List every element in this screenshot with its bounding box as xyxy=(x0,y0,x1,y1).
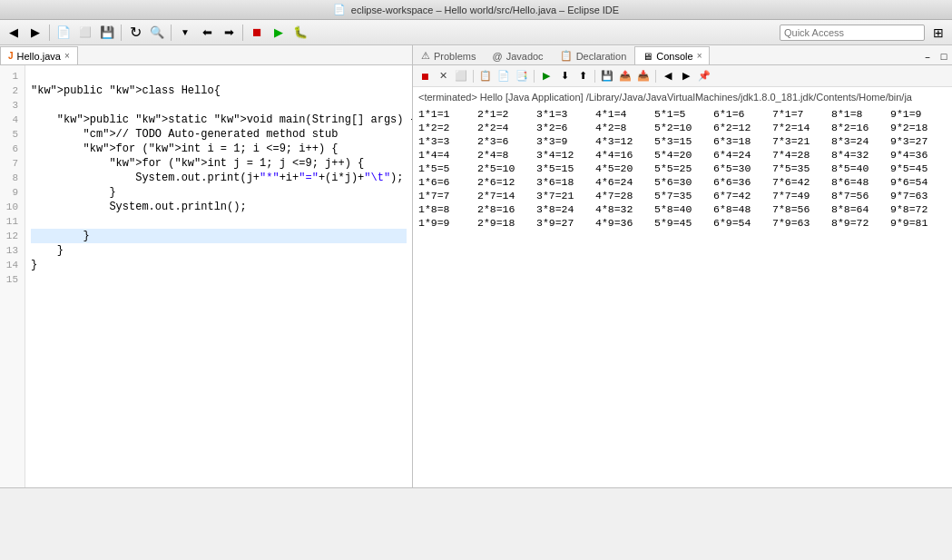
toolbar-btn-redo[interactable]: ➡ xyxy=(219,23,239,43)
bottom-panel xyxy=(0,487,952,560)
console-remove-btn[interactable]: ✕ xyxy=(435,68,451,84)
editor-tab-hello[interactable]: J Hello.java × xyxy=(0,46,78,64)
console-cell: 7*7=49 xyxy=(772,189,831,202)
toolbar-btn-run[interactable]: ▶ xyxy=(269,23,289,43)
console-cell: 5*3=15 xyxy=(654,134,713,148)
console-save-btn[interactable]: 💾 xyxy=(599,68,615,84)
console-icon: 🖥 xyxy=(643,51,653,62)
console-cell: 8*7=56 xyxy=(831,189,890,202)
console-cell: 1*7=7 xyxy=(418,189,477,202)
console-up-btn[interactable]: ⬆ xyxy=(574,68,591,84)
editor-tab-close[interactable]: × xyxy=(64,51,70,61)
toolbar-btn-search[interactable]: 🔍 xyxy=(147,23,167,43)
console-cell: 9*6=54 xyxy=(890,175,949,189)
java-file-icon: J xyxy=(8,51,14,61)
console-table: 1*1=12*1=23*1=34*1=45*1=56*1=67*1=78*1=8… xyxy=(418,107,949,230)
console-paste-btn[interactable]: 📄 xyxy=(496,68,512,84)
toolbar-btn-new[interactable]: 📄 xyxy=(54,23,74,43)
console-cell: 1*3=3 xyxy=(418,134,477,148)
console-tab-close[interactable]: × xyxy=(697,51,702,61)
console-cell: 5*4=20 xyxy=(654,148,713,162)
console-cell: 8*1=8 xyxy=(831,107,890,121)
console-cell: 2*6=12 xyxy=(477,175,536,189)
console-copy-btn[interactable]: 📋 xyxy=(477,68,494,84)
toolbar-btn-stop[interactable]: ⏹ xyxy=(247,23,267,43)
console-cell: 7*4=28 xyxy=(772,148,831,162)
console-pin-btn[interactable]: 📌 xyxy=(696,68,712,84)
console-cell: 5*8=40 xyxy=(654,202,713,216)
console-cell: 3*3=9 xyxy=(536,134,595,148)
console-cell: 4*9=36 xyxy=(595,216,654,230)
console-sep-2 xyxy=(534,70,535,83)
console-terminated-msg: <terminated> Hello [Java Application] /L… xyxy=(418,91,949,103)
tab-console-label: Console xyxy=(656,51,692,62)
tab-console[interactable]: 🖥 Console × xyxy=(634,46,710,64)
console-next-btn[interactable]: ▶ xyxy=(678,68,694,84)
console-pane: ⚠ Problems @ Javadoc 📋 Declaration 🖥 Con… xyxy=(413,45,952,560)
toolbar-btn-run-dropdown[interactable]: ▼ xyxy=(175,23,195,43)
minimize-btn[interactable]: – xyxy=(920,50,935,64)
toolbar-btn-open[interactable]: ⬜ xyxy=(75,23,95,43)
console-stop-btn[interactable]: ⏹ xyxy=(417,68,433,84)
console-select-btn[interactable]: 📑 xyxy=(514,68,530,84)
console-cell: 1*2=2 xyxy=(418,121,477,134)
console-cell: 9*1=9 xyxy=(890,107,949,121)
title-bar-text: eclipse-workspace – Hello world/src/Hell… xyxy=(351,5,619,15)
toolbar-btn-back[interactable]: ◀ xyxy=(4,23,24,43)
quick-access-input[interactable] xyxy=(780,25,925,41)
console-cell: 3*7=21 xyxy=(536,189,595,202)
console-cell: 4*1=4 xyxy=(595,107,654,121)
toolbar-btn-save[interactable]: 💾 xyxy=(97,23,117,43)
toolbar-btn-fwd[interactable]: ▶ xyxy=(25,23,45,43)
console-sep-3 xyxy=(594,70,595,83)
console-run-btn[interactable]: ▶ xyxy=(538,68,555,84)
console-cell: 8*6=48 xyxy=(831,175,890,189)
code-content[interactable]: "kw">public "kw">class Hello{ "kw">publi… xyxy=(25,65,412,560)
console-cell: 9*8=72 xyxy=(890,202,949,216)
toolbar-btn-debug[interactable]: 🐛 xyxy=(290,23,310,43)
console-cell: 9*5=45 xyxy=(890,162,949,175)
maximize-btn[interactable]: □ xyxy=(937,50,951,64)
line-numbers: 123456789101112131415 xyxy=(0,65,25,560)
console-cell: 5*2=10 xyxy=(654,121,713,134)
console-cell: 9*4=36 xyxy=(890,148,949,162)
console-cell: 8*2=16 xyxy=(831,121,890,134)
console-cell: 8*9=72 xyxy=(831,216,890,230)
tab-javadoc-label: Javadoc xyxy=(506,51,544,62)
console-cell: 2*5=10 xyxy=(477,162,536,175)
console-cell: 4*5=20 xyxy=(595,162,654,175)
tab-declaration[interactable]: 📋 Declaration xyxy=(552,46,635,64)
console-cell: 3*2=6 xyxy=(536,121,595,134)
console-down-btn[interactable]: ⬇ xyxy=(556,68,573,84)
console-cell: 3*1=3 xyxy=(536,107,595,121)
console-row: 1*5=52*5=103*5=154*5=205*5=256*5=307*5=3… xyxy=(418,162,949,175)
console-cell: 8*8=64 xyxy=(831,202,890,216)
toolbar-btn-refresh[interactable]: ↻ xyxy=(125,23,145,43)
console-cell: 3*6=18 xyxy=(536,175,595,189)
console-cell: 6*2=12 xyxy=(713,121,772,134)
console-cell: 2*4=8 xyxy=(477,148,536,162)
console-export-btn[interactable]: 📤 xyxy=(617,68,633,84)
toolbar-btn-undo[interactable]: ⬅ xyxy=(197,23,217,43)
editor-pane: J Hello.java × 123456789101112131415 "kw… xyxy=(0,45,413,560)
editor-tab-label: Hello.java xyxy=(17,51,61,62)
console-prev-btn[interactable]: ◀ xyxy=(660,68,676,84)
tab-javadoc[interactable]: @ Javadoc xyxy=(484,46,551,64)
tab-problems[interactable]: ⚠ Problems xyxy=(413,46,484,64)
console-sep-4 xyxy=(655,70,656,83)
console-row: 1*6=62*6=123*6=184*6=245*6=306*6=367*6=4… xyxy=(418,175,949,189)
console-cell: 1*4=4 xyxy=(418,148,477,162)
console-cell: 1*8=8 xyxy=(418,202,477,216)
console-row: 1*8=82*8=163*8=244*8=325*8=406*8=487*8=5… xyxy=(418,202,949,216)
console-cell: 7*9=63 xyxy=(772,216,831,230)
console-cell: 5*9=45 xyxy=(654,216,713,230)
console-import-btn[interactable]: 📥 xyxy=(635,68,652,84)
console-cell: 6*9=54 xyxy=(713,216,772,230)
console-cell: 2*2=4 xyxy=(477,121,536,134)
toolbar-perspective-btn[interactable]: ⊞ xyxy=(928,23,948,43)
console-cell: 9*9=81 xyxy=(890,216,949,230)
toolbar-sep-1 xyxy=(49,25,50,41)
console-cell: 6*7=42 xyxy=(713,189,772,202)
console-clear-btn[interactable]: ⬜ xyxy=(453,68,469,84)
console-cell: 1*6=6 xyxy=(418,175,477,189)
